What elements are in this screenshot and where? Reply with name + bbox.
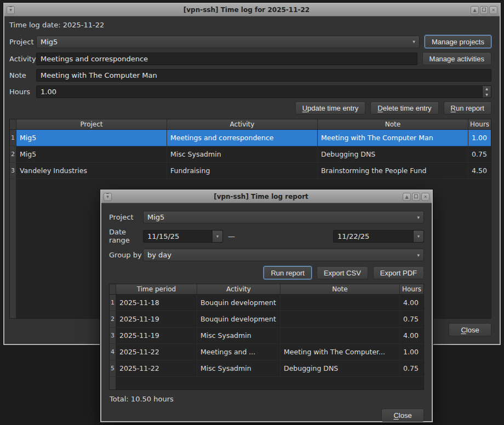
cell-hours: 1.00 xyxy=(468,130,491,146)
dialog-titlebar[interactable]: ▾ [vpn-ssh] Time log report ▲ ✕ xyxy=(101,191,432,203)
group-by-label: Group by xyxy=(109,251,143,259)
maximize-icon[interactable] xyxy=(412,193,420,201)
date-range-label: Date range xyxy=(109,228,143,244)
cell-note xyxy=(280,311,400,328)
cell-activity: Bouquin development xyxy=(197,295,280,311)
column-header-time-period[interactable]: Time period xyxy=(116,284,197,294)
cell-activity: Misc Sysadmin xyxy=(197,328,280,344)
cell-hours: 1.00 xyxy=(400,344,423,360)
dialog-close-button[interactable]: Close xyxy=(381,409,424,422)
activity-label: Activity xyxy=(9,55,36,63)
window-menu-icon[interactable]: ▾ xyxy=(7,6,15,14)
group-by-combobox[interactable]: by day ▾ xyxy=(143,249,424,261)
shade-icon[interactable]: ▲ xyxy=(471,6,479,14)
cell-time-period: 2025-11-18 xyxy=(116,295,197,311)
cell-hours: 0.75 xyxy=(468,146,491,163)
cell-hours: 4.00 xyxy=(400,328,423,344)
calendar-dropdown-icon[interactable]: ▾ xyxy=(212,231,222,242)
cell-note: Debugging DNS xyxy=(318,146,468,163)
cell-activity: Fundraising xyxy=(167,163,318,179)
cell-activity: Meetings and ... xyxy=(197,344,280,360)
row-number: 1 xyxy=(10,130,16,146)
table-row[interactable]: 3 2025-11-19 Misc Sysadmin 4.00 xyxy=(110,328,423,344)
chevron-down-icon: ▾ xyxy=(417,252,420,258)
dialog-title: [vpn-ssh] Time log report xyxy=(123,193,399,200)
run-report-button[interactable]: Run report xyxy=(444,101,491,114)
export-pdf-button[interactable]: Export PDF xyxy=(373,266,424,279)
main-titlebar[interactable]: ▾ [vpn-ssh] Time log for 2025-11-22 ▲ ✕ xyxy=(4,4,500,16)
delete-time-entry-button[interactable]: Delete time entry xyxy=(370,101,438,114)
column-header-hours[interactable]: Hours xyxy=(468,119,491,129)
cell-hours: 0.75 xyxy=(400,360,423,377)
close-icon[interactable]: ✕ xyxy=(421,193,429,201)
time-log-date-label: Time log date: 2025-11-22 xyxy=(9,21,104,29)
chevron-down-icon: ▾ xyxy=(413,39,415,44)
date-range-separator: — xyxy=(228,232,235,240)
column-header-note[interactable]: Note xyxy=(280,284,400,294)
table-header[interactable]: Time period Activity Note Hours xyxy=(110,284,423,295)
table-row[interactable]: 2 Mig5 Misc Sysadmin Debugging DNS 0.75 xyxy=(10,146,491,163)
manage-activities-button[interactable]: Manage activities xyxy=(422,52,491,65)
cell-hours: 4.50 xyxy=(468,163,491,179)
report-project-combobox[interactable]: Mig5 ▾ xyxy=(143,211,424,223)
hours-stepper[interactable]: 1.00 ▲ ▼ xyxy=(36,85,491,98)
table-row[interactable]: 1 2025-11-18 Bouquin development 4.00 xyxy=(110,295,423,311)
cell-time-period: 2025-11-22 xyxy=(116,344,197,360)
cell-note: Debugging DNS xyxy=(280,360,400,377)
column-header-note[interactable]: Note xyxy=(318,119,468,129)
cell-hours: 0.75 xyxy=(400,311,423,328)
column-header-activity[interactable]: Activity xyxy=(167,119,318,129)
window-menu-icon[interactable]: ▾ xyxy=(104,193,112,201)
row-number: 5 xyxy=(110,360,116,377)
date-to-picker[interactable]: 11/22/25 ▾ xyxy=(333,230,424,243)
project-label: Project xyxy=(9,38,36,46)
table-row[interactable]: 2 2025-11-19 Bouquin development 0.75 xyxy=(110,311,423,328)
cell-activity: Misc Sysadmin xyxy=(167,146,318,163)
activity-input[interactable]: Meetings and correspondence xyxy=(36,53,417,65)
table-row[interactable]: 4 2025-11-22 Meetings and ... Meeting wi… xyxy=(110,344,423,360)
cell-project: Vandeley Industries xyxy=(16,163,167,179)
update-time-entry-button[interactable]: Update time entry xyxy=(295,101,366,114)
row-number: 3 xyxy=(110,328,116,344)
manage-projects-button[interactable]: Manage projects xyxy=(425,35,491,48)
column-header-hours[interactable]: Hours xyxy=(400,284,423,294)
report-dialog: ▾ [vpn-ssh] Time log report ▲ ✕ Project … xyxy=(100,189,433,422)
calendar-dropdown-icon[interactable]: ▾ xyxy=(413,231,423,242)
total-hours-label: Total: 10.50 hours xyxy=(110,395,424,403)
table-row[interactable]: 5 2025-11-22 Misc Sysadmin Debugging DNS… xyxy=(110,360,423,377)
chevron-down-icon: ▾ xyxy=(417,215,420,220)
cell-project: Mig5 xyxy=(16,130,167,146)
table-header[interactable]: Project Activity Note Hours xyxy=(10,119,491,130)
cell-hours: 4.00 xyxy=(400,295,423,311)
row-number: 4 xyxy=(110,344,116,360)
export-csv-button[interactable]: Export CSV xyxy=(317,266,368,279)
row-number: 2 xyxy=(10,146,16,163)
table-row[interactable]: 3 Vandeley Industries Fundraising Brains… xyxy=(10,163,491,179)
row-number: 3 xyxy=(10,163,16,179)
cell-note xyxy=(280,295,400,311)
note-input[interactable]: Meeting with The Computer Man xyxy=(36,69,491,82)
cell-time-period: 2025-11-22 xyxy=(116,360,197,377)
cell-time-period: 2025-11-19 xyxy=(116,311,197,328)
column-header-activity[interactable]: Activity xyxy=(197,284,280,294)
table-row[interactable]: 1 Mig5 Meetings and correspondence Meeti… xyxy=(10,130,491,146)
close-icon[interactable]: ✕ xyxy=(489,6,497,14)
report-table: Time period Activity Note Hours 1 2025-1… xyxy=(109,284,424,390)
cell-note xyxy=(280,328,400,344)
spin-down-icon[interactable]: ▼ xyxy=(483,92,491,98)
cell-project: Mig5 xyxy=(16,146,167,163)
project-combobox[interactable]: Mig5 ▾ xyxy=(36,36,420,48)
close-button[interactable]: Close xyxy=(449,323,491,336)
gutter-header xyxy=(110,284,116,294)
spinner-buttons[interactable]: ▲ ▼ xyxy=(482,86,491,97)
shade-icon[interactable]: ▲ xyxy=(403,193,411,201)
date-from-picker[interactable]: 11/15/25 ▾ xyxy=(143,230,223,243)
gutter-header xyxy=(10,119,16,129)
dialog-run-report-button[interactable]: Run report xyxy=(264,266,311,279)
spin-up-icon[interactable]: ▲ xyxy=(483,86,491,92)
maximize-icon[interactable] xyxy=(480,6,488,14)
cell-activity: Meetings and correspondence xyxy=(167,130,318,146)
hours-label: Hours xyxy=(9,88,36,96)
row-number: 1 xyxy=(110,295,116,311)
column-header-project[interactable]: Project xyxy=(16,119,167,129)
